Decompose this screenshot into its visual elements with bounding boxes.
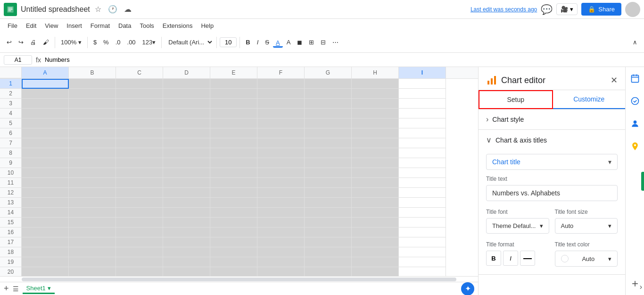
list-item[interactable] — [399, 99, 446, 109]
percent-button[interactable]: % — [100, 37, 112, 48]
list-item[interactable] — [22, 198, 69, 208]
list-item[interactable] — [163, 158, 210, 168]
currency-button[interactable]: $ — [91, 37, 99, 48]
list-item[interactable] — [116, 247, 163, 257]
list-item[interactable] — [257, 188, 305, 198]
list-item[interactable] — [22, 267, 69, 276]
list-item[interactable] — [352, 89, 399, 99]
list-item[interactable] — [399, 138, 446, 148]
row-num-11[interactable]: 11 — [0, 178, 22, 188]
list-item[interactable] — [22, 228, 69, 237]
list-item[interactable] — [257, 228, 305, 237]
list-item[interactable] — [305, 158, 352, 168]
comments-button[interactable]: 💬 — [541, 4, 553, 15]
list-item[interactable] — [210, 237, 257, 247]
row-num-2[interactable]: 2 — [0, 89, 22, 99]
paint-format-button[interactable]: 🖌 — [40, 37, 52, 48]
cell-reference-input[interactable] — [4, 55, 32, 65]
row-num-20[interactable]: 20 — [0, 267, 22, 276]
italic-button[interactable]: I — [254, 37, 262, 48]
list-item[interactable] — [69, 138, 116, 148]
list-item[interactable] — [352, 79, 399, 89]
tab-customize[interactable]: Customize — [553, 90, 626, 109]
row-num-9[interactable]: 9 — [0, 158, 22, 168]
list-item[interactable] — [22, 79, 69, 89]
list-item[interactable] — [257, 158, 305, 168]
list-item[interactable] — [399, 267, 446, 276]
list-item[interactable] — [399, 218, 446, 228]
star-button[interactable]: ☆ — [93, 4, 103, 15]
col-header-I[interactable]: I — [399, 67, 446, 78]
list-item[interactable] — [163, 89, 210, 99]
list-item[interactable] — [22, 237, 69, 247]
col-header-C[interactable]: C — [116, 67, 163, 78]
list-item[interactable] — [305, 118, 352, 128]
list-item[interactable] — [305, 128, 352, 138]
add-sheet-button[interactable]: + — [4, 284, 9, 294]
list-item[interactable] — [352, 247, 399, 257]
list-item[interactable] — [69, 128, 116, 138]
row-num-7[interactable]: 7 — [0, 138, 22, 148]
list-item[interactable] — [210, 228, 257, 237]
list-item[interactable] — [305, 89, 352, 99]
list-item[interactable] — [69, 208, 116, 218]
contacts-icon-button[interactable] — [627, 116, 643, 131]
list-item[interactable] — [22, 208, 69, 218]
list-item[interactable] — [257, 208, 305, 218]
chart-title-dropdown[interactable]: Chart title ▾ — [486, 154, 618, 170]
list-item[interactable] — [22, 218, 69, 228]
list-item[interactable] — [210, 89, 257, 99]
decimal-inc-button[interactable]: .00 — [124, 37, 139, 48]
list-item[interactable] — [163, 188, 210, 198]
list-item[interactable] — [352, 188, 399, 198]
list-item[interactable] — [257, 128, 305, 138]
row-num-18[interactable]: 18 — [0, 247, 22, 257]
title-font-select[interactable]: Theme Defaul... ▾ — [486, 218, 549, 234]
list-item[interactable] — [305, 267, 352, 276]
list-item[interactable] — [352, 148, 399, 158]
list-item[interactable] — [163, 247, 210, 257]
explore-button[interactable]: ✦ — [461, 282, 474, 295]
maps-icon-button[interactable] — [627, 139, 643, 154]
tab-setup[interactable]: Setup — [479, 90, 553, 109]
merge-button[interactable]: ⊟ — [318, 37, 329, 48]
list-item[interactable] — [69, 178, 116, 188]
list-item[interactable] — [399, 118, 446, 128]
list-item[interactable] — [399, 148, 446, 158]
row-num-17[interactable]: 17 — [0, 237, 22, 247]
list-item[interactable] — [352, 128, 399, 138]
list-item[interactable] — [22, 89, 69, 99]
list-item[interactable] — [116, 128, 163, 138]
list-item[interactable] — [210, 128, 257, 138]
sheet-list-button[interactable]: ☰ — [13, 285, 19, 293]
title-color-select[interactable]: Auto ▾ — [555, 251, 618, 267]
list-item[interactable] — [305, 188, 352, 198]
formula-input[interactable] — [45, 56, 640, 63]
list-item[interactable] — [257, 168, 305, 178]
list-item[interactable] — [69, 168, 116, 178]
list-item[interactable] — [210, 148, 257, 158]
list-item[interactable] — [163, 237, 210, 247]
list-item[interactable] — [116, 148, 163, 158]
menu-tools[interactable]: Tools — [136, 21, 157, 30]
row-num-6[interactable]: 6 — [0, 128, 22, 138]
list-item[interactable] — [69, 237, 116, 247]
list-item[interactable] — [163, 198, 210, 208]
list-item[interactable] — [116, 158, 163, 168]
list-item[interactable] — [352, 99, 399, 109]
list-item[interactable] — [163, 267, 210, 276]
list-item[interactable] — [69, 148, 116, 158]
bold-button[interactable]: B — [243, 37, 253, 48]
list-item[interactable] — [22, 257, 69, 267]
col-header-B[interactable]: B — [69, 67, 116, 78]
more-arrow-button[interactable]: › — [640, 283, 642, 291]
list-item[interactable] — [69, 188, 116, 198]
list-item[interactable] — [116, 138, 163, 148]
list-item[interactable] — [163, 109, 210, 118]
list-item[interactable] — [210, 257, 257, 267]
list-item[interactable] — [163, 138, 210, 148]
menu-format[interactable]: Format — [87, 21, 114, 30]
list-item[interactable] — [163, 168, 210, 178]
h-scroll-bar[interactable] — [0, 276, 478, 282]
list-item[interactable] — [116, 168, 163, 178]
